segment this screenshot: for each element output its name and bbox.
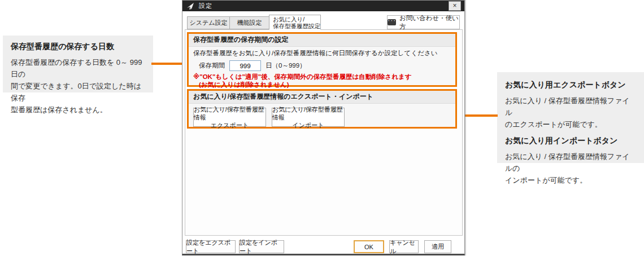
app-logo-icon: [187, 3, 194, 10]
left-annotation-callout: 保存型番履歴の保存する日数 保存型番履歴の保存する日数を 0～ 999日の 間で…: [3, 36, 153, 92]
favorites-export-label-line1: お気に入り/保存型番履歴情報: [194, 105, 266, 121]
close-button[interactable]: ×: [449, 1, 461, 11]
retention-intro-text: 保存型番履歴をお気に入り/保存型番履歴情報に何日間保存するか設定してください: [193, 49, 451, 58]
tab-favorites-line1: お気に入り/: [273, 16, 304, 23]
favorites-export-button[interactable]: お気に入り/保存型番履歴情報 エクスポート: [193, 108, 266, 127]
left-callout-title: 保存型番履歴の保存する日数: [11, 42, 145, 52]
export-import-section: お気に入り/保存型番履歴情報のエクスポート・インポート お気に入り/保存型番履歴…: [187, 89, 457, 129]
retention-days-input[interactable]: [229, 60, 261, 71]
export-settings-button[interactable]: 設定をエクスポート: [186, 240, 236, 253]
tab-favorites-line2: 保存型番履歴設定: [273, 23, 320, 29]
retention-field-suffix: 日（0～999）: [266, 61, 306, 70]
right-callout-import-title: お気に入り用インポートボタン: [505, 136, 636, 146]
retention-period-section: 保存型番履歴の保存期間の設定 保存型番履歴をお気に入り/保存型番履歴情報に何日間…: [187, 32, 457, 87]
right-annotation-callout: お気に入り用エクスポートボタン お気に入り / 保存型番履歴情報ファイル のエク…: [497, 72, 644, 163]
left-callout-body: 保存型番履歴の保存する日数を 0～ 999日の 間で変更できます。0日で設定した…: [11, 56, 145, 116]
import-settings-button[interactable]: 設定をインポート: [239, 240, 284, 253]
tab-favorites-history-settings[interactable]: お気に入り/ 保存型番履歴設定: [269, 15, 321, 30]
speech-bubble-icon: ･･･: [388, 19, 396, 25]
retention-section-header: 保存型番履歴の保存期間の設定: [189, 34, 455, 47]
apply-button[interactable]: 適用: [424, 240, 451, 253]
ok-button[interactable]: OK: [354, 240, 384, 253]
cancel-button[interactable]: キャンセル: [389, 240, 419, 253]
right-callout-export-body: お気に入り / 保存型番履歴情報ファイル のエクスポートが可能です。: [505, 95, 636, 130]
retention-warning-line1: ※"OK"もしくは"適用"後、保存期間外の保存型番履歴は自動削除されます: [193, 73, 451, 81]
favorites-export-label-line2: エクスポート: [211, 121, 249, 129]
settings-dialog: 設定 × システム設定 機能設定 お気に入り/ 保存型番履歴設定 ･･･ お問い…: [182, 0, 465, 255]
retention-field-label: 保存期間: [199, 61, 225, 70]
favorites-import-label-line1: お気に入り/保存型番履歴情報: [272, 105, 344, 121]
retention-warning-line2: (お気に入りは削除されません): [199, 81, 451, 89]
tab-function-settings[interactable]: 機能設定: [229, 16, 269, 29]
help-contact-button[interactable]: ･･･ お問い合わせ・使い方: [387, 15, 460, 29]
titlebar[interactable]: 設定: [182, 1, 464, 11]
help-contact-label: お問い合わせ・使い方: [399, 14, 459, 31]
right-callout-export-title: お気に入り用エクスポートボタン: [505, 80, 636, 90]
export-import-section-header: お気に入り/保存型番履歴情報のエクスポート・インポート: [189, 91, 455, 104]
right-callout-import-body: お気に入り / 保存型番履歴情報ファイルの インポートが可能です。: [505, 151, 636, 186]
favorites-import-label-line2: インポート: [292, 121, 324, 129]
window-title: 設定: [199, 2, 212, 10]
tab-system-settings[interactable]: システム設定: [187, 16, 230, 29]
favorites-import-button[interactable]: お気に入り/保存型番履歴情報 インポート: [272, 108, 345, 127]
